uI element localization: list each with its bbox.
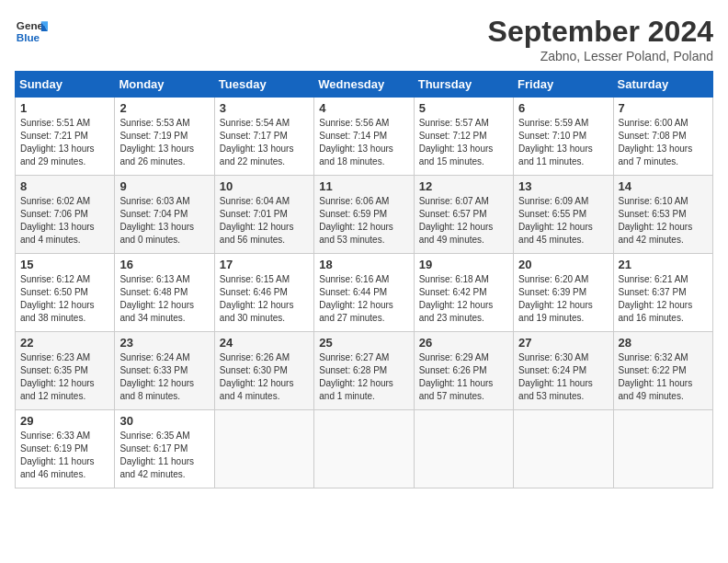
day-info: Sunrise: 6:24 AMSunset: 6:33 PMDaylight:… [119,351,209,403]
day-number: 22 [20,336,109,350]
day-info: Sunrise: 5:51 AMSunset: 7:21 PMDaylight:… [20,117,109,168]
calendar-cell: 11Sunrise: 6:06 AMSunset: 6:59 PMDayligh… [314,176,414,254]
day-number: 30 [119,414,209,428]
calendar-cell: 19Sunrise: 6:18 AMSunset: 6:42 PMDayligh… [414,254,513,332]
calendar-cell: 9Sunrise: 6:03 AMSunset: 7:04 PMDaylight… [115,176,214,254]
calendar-cell [214,410,313,488]
day-info: Sunrise: 6:35 AMSunset: 6:17 PMDaylight:… [119,430,209,481]
day-number: 26 [419,336,508,350]
day-number: 27 [518,336,608,350]
day-number: 14 [619,179,708,193]
calendar-row-4: 22Sunrise: 6:23 AMSunset: 6:35 PMDayligh… [16,332,713,410]
day-number: 29 [20,414,109,428]
day-info: Sunrise: 6:27 AMSunset: 6:28 PMDaylight:… [319,351,408,403]
calendar-cell: 5Sunrise: 5:57 AMSunset: 7:12 PMDaylight… [414,98,513,176]
calendar-cell: 4Sunrise: 5:56 AMSunset: 7:14 PMDaylight… [314,98,414,176]
day-info: Sunrise: 6:02 AMSunset: 7:06 PMDaylight:… [20,195,109,247]
calendar-cell [414,410,513,488]
day-number: 24 [220,336,309,350]
calendar-cell: 27Sunrise: 6:30 AMSunset: 6:24 PMDayligh… [514,332,613,410]
day-number: 7 [619,101,708,115]
column-header-tuesday: Tuesday [214,72,313,98]
calendar-cell: 10Sunrise: 6:04 AMSunset: 7:01 PMDayligh… [214,176,313,254]
column-header-sunday: Sunday [16,72,115,98]
day-info: Sunrise: 5:54 AMSunset: 7:17 PMDaylight:… [220,117,309,168]
calendar-cell: 25Sunrise: 6:27 AMSunset: 6:28 PMDayligh… [314,332,414,410]
calendar-cell [514,410,613,488]
day-info: Sunrise: 6:09 AMSunset: 6:55 PMDaylight:… [518,195,608,247]
day-number: 12 [419,179,508,193]
day-info: Sunrise: 5:59 AMSunset: 7:10 PMDaylight:… [518,117,608,168]
title-block: September 2024 Zabno, Lesser Poland, Pol… [488,15,713,63]
day-info: Sunrise: 6:30 AMSunset: 6:24 PMDaylight:… [518,351,608,403]
day-number: 17 [220,258,309,271]
location: Zabno, Lesser Poland, Poland [488,49,713,63]
day-number: 11 [319,179,408,193]
logo-icon: General Blue [15,15,48,48]
calendar-cell: 28Sunrise: 6:32 AMSunset: 6:22 PMDayligh… [613,332,712,410]
day-number: 18 [319,258,408,271]
day-number: 10 [220,179,309,193]
column-header-monday: Monday [115,72,214,98]
day-info: Sunrise: 6:18 AMSunset: 6:42 PMDaylight:… [419,273,508,325]
day-info: Sunrise: 6:33 AMSunset: 6:19 PMDaylight:… [20,430,109,481]
day-info: Sunrise: 5:56 AMSunset: 7:14 PMDaylight:… [319,117,408,168]
calendar-row-2: 8Sunrise: 6:02 AMSunset: 7:06 PMDaylight… [16,176,713,254]
day-number: 20 [518,258,608,271]
day-number: 16 [119,258,209,271]
calendar-cell [613,410,712,488]
column-header-saturday: Saturday [613,72,712,98]
calendar-cell: 29Sunrise: 6:33 AMSunset: 6:19 PMDayligh… [16,410,115,488]
day-number: 4 [319,101,408,115]
calendar-cell: 18Sunrise: 6:16 AMSunset: 6:44 PMDayligh… [314,254,414,332]
day-number: 23 [119,336,209,350]
calendar-cell: 16Sunrise: 6:13 AMSunset: 6:48 PMDayligh… [115,254,214,332]
calendar-cell: 2Sunrise: 5:53 AMSunset: 7:19 PMDaylight… [115,98,214,176]
calendar-cell [314,410,414,488]
day-number: 13 [518,179,608,193]
day-number: 3 [220,101,309,115]
calendar-cell: 15Sunrise: 6:12 AMSunset: 6:50 PMDayligh… [16,254,115,332]
calendar-header-row: SundayMondayTuesdayWednesdayThursdayFrid… [16,72,713,98]
month-title: September 2024 [488,15,713,49]
day-number: 2 [119,101,209,115]
calendar-cell: 23Sunrise: 6:24 AMSunset: 6:33 PMDayligh… [115,332,214,410]
calendar-cell: 24Sunrise: 6:26 AMSunset: 6:30 PMDayligh… [214,332,313,410]
day-info: Sunrise: 6:07 AMSunset: 6:57 PMDaylight:… [419,195,508,247]
calendar-cell: 7Sunrise: 6:00 AMSunset: 7:08 PMDaylight… [613,98,712,176]
day-number: 9 [119,179,209,193]
calendar-row-3: 15Sunrise: 6:12 AMSunset: 6:50 PMDayligh… [16,254,713,332]
day-number: 25 [319,336,408,350]
calendar-cell: 12Sunrise: 6:07 AMSunset: 6:57 PMDayligh… [414,176,513,254]
day-number: 21 [619,258,708,271]
day-number: 1 [20,101,109,115]
logo: General Blue [15,15,48,48]
calendar-cell: 30Sunrise: 6:35 AMSunset: 6:17 PMDayligh… [115,410,214,488]
day-info: Sunrise: 6:21 AMSunset: 6:37 PMDaylight:… [619,273,708,325]
column-header-wednesday: Wednesday [314,72,414,98]
day-info: Sunrise: 6:12 AMSunset: 6:50 PMDaylight:… [20,273,109,325]
calendar-cell: 22Sunrise: 6:23 AMSunset: 6:35 PMDayligh… [16,332,115,410]
day-info: Sunrise: 5:57 AMSunset: 7:12 PMDaylight:… [419,117,508,168]
day-number: 6 [518,101,608,115]
day-info: Sunrise: 6:10 AMSunset: 6:53 PMDaylight:… [619,195,708,247]
day-info: Sunrise: 6:20 AMSunset: 6:39 PMDaylight:… [518,273,608,325]
day-info: Sunrise: 6:03 AMSunset: 7:04 PMDaylight:… [119,195,209,247]
calendar-cell: 14Sunrise: 6:10 AMSunset: 6:53 PMDayligh… [613,176,712,254]
column-header-friday: Friday [514,72,613,98]
day-info: Sunrise: 6:15 AMSunset: 6:46 PMDaylight:… [220,273,309,325]
day-number: 19 [419,258,508,271]
calendar-cell: 17Sunrise: 6:15 AMSunset: 6:46 PMDayligh… [214,254,313,332]
calendar-cell: 6Sunrise: 5:59 AMSunset: 7:10 PMDaylight… [514,98,613,176]
day-number: 15 [20,258,109,271]
column-header-thursday: Thursday [414,72,513,98]
day-info: Sunrise: 6:00 AMSunset: 7:08 PMDaylight:… [619,117,708,168]
day-info: Sunrise: 6:04 AMSunset: 7:01 PMDaylight:… [220,195,309,247]
day-info: Sunrise: 6:13 AMSunset: 6:48 PMDaylight:… [119,273,209,325]
day-info: Sunrise: 6:06 AMSunset: 6:59 PMDaylight:… [319,195,408,247]
day-number: 5 [419,101,508,115]
calendar-cell: 1Sunrise: 5:51 AMSunset: 7:21 PMDaylight… [16,98,115,176]
day-info: Sunrise: 5:53 AMSunset: 7:19 PMDaylight:… [119,117,209,168]
calendar-cell: 21Sunrise: 6:21 AMSunset: 6:37 PMDayligh… [613,254,712,332]
calendar-cell: 8Sunrise: 6:02 AMSunset: 7:06 PMDaylight… [16,176,115,254]
